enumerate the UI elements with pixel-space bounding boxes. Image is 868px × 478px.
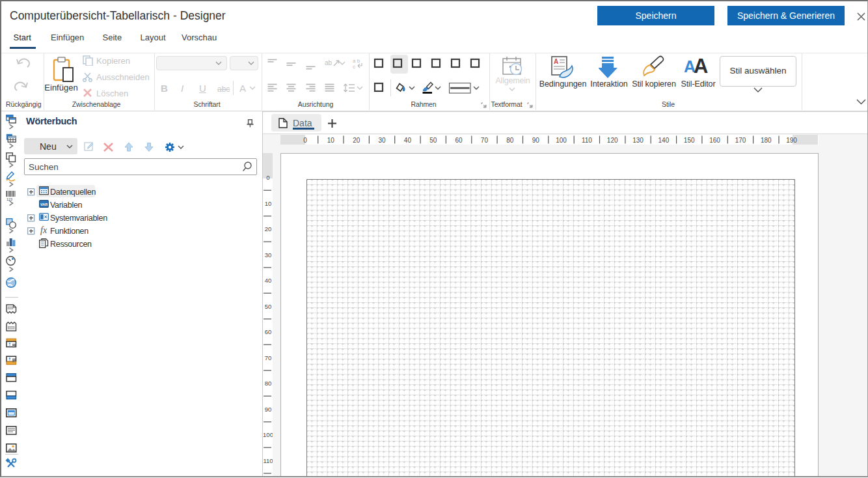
svg-text:100: 100	[263, 431, 273, 438]
svg-text:60: 60	[265, 328, 272, 335]
svg-text:0: 0	[266, 174, 269, 181]
svg-text:a b: a b	[353, 58, 360, 64]
svg-text:10: 10	[327, 137, 335, 144]
svg-text:70: 70	[265, 354, 272, 361]
svg-text:180: 180	[761, 137, 772, 144]
svg-text:120: 120	[607, 137, 618, 144]
svg-text:90: 90	[532, 137, 540, 144]
svg-text:ab: ab	[325, 59, 332, 66]
svg-text:30: 30	[379, 137, 387, 144]
svg-text:100: 100	[556, 137, 567, 144]
svg-text:80: 80	[265, 380, 272, 387]
svg-text:40: 40	[265, 277, 272, 284]
svg-text:110: 110	[582, 137, 592, 144]
svg-text:190: 190	[786, 137, 797, 144]
svg-text:c: c	[353, 64, 355, 69]
svg-text:80: 80	[506, 137, 514, 144]
svg-text:110: 110	[263, 457, 273, 464]
svg-text:90: 90	[265, 406, 272, 413]
svg-text:A: A	[554, 58, 558, 65]
svg-text:70: 70	[481, 137, 489, 144]
svg-text:20: 20	[353, 137, 360, 144]
svg-text:140: 140	[658, 137, 670, 144]
svg-text:50: 50	[429, 137, 437, 144]
svg-text:40: 40	[404, 137, 412, 144]
svg-text:60: 60	[455, 137, 463, 144]
svg-text:170: 170	[735, 137, 746, 144]
svg-text:20: 20	[265, 225, 272, 232]
svg-text:130: 130	[632, 137, 644, 144]
svg-text:10: 10	[265, 200, 272, 207]
svg-text:0: 0	[303, 137, 307, 144]
svg-text:160: 160	[709, 137, 720, 144]
svg-text:150: 150	[684, 137, 695, 144]
svg-text:VAR: VAR	[40, 203, 47, 206]
svg-text:50: 50	[265, 303, 272, 310]
svg-text:30: 30	[265, 251, 272, 259]
svg-text:123: 123	[7, 197, 12, 201]
